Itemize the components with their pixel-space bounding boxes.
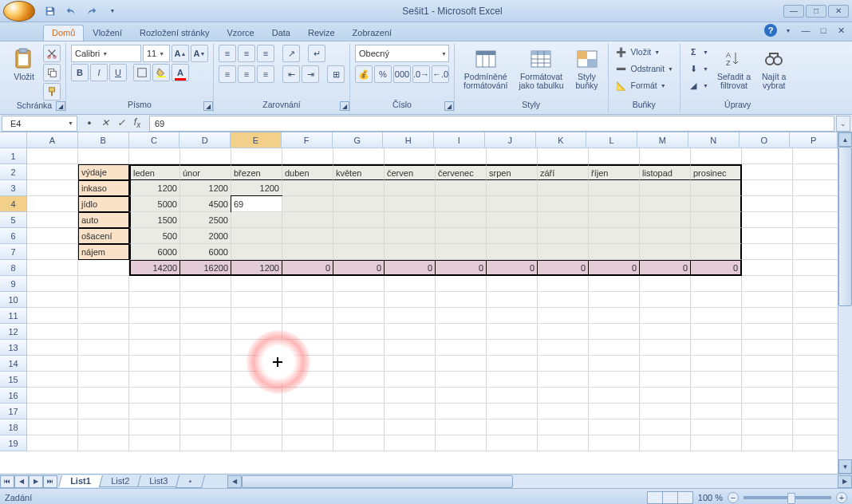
sheet-nav-next-button[interactable]: ▶ — [29, 475, 43, 488]
cell[interactable] — [231, 148, 282, 164]
sheet-tab[interactable]: List2 — [99, 475, 141, 487]
cell[interactable] — [538, 292, 589, 308]
cell[interactable]: 0 — [333, 260, 385, 276]
column-header[interactable]: I — [434, 132, 485, 148]
cell[interactable] — [436, 148, 487, 164]
cell[interactable] — [385, 148, 436, 164]
cell[interactable] — [27, 292, 78, 308]
cell[interactable]: 5000 — [129, 196, 180, 212]
cell[interactable] — [640, 419, 691, 435]
cell[interactable] — [27, 196, 78, 212]
cell[interactable] — [793, 404, 838, 419]
formula-input[interactable]: 69 — [149, 116, 834, 132]
cell[interactable] — [333, 180, 385, 196]
cell[interactable] — [589, 180, 640, 196]
inner-close-button[interactable]: ✕ — [834, 24, 847, 37]
format-cells-button[interactable]: 📐Formát ▼ — [613, 78, 676, 93]
cell[interactable]: 14200 — [129, 260, 180, 276]
cell[interactable] — [282, 276, 333, 292]
cell[interactable] — [742, 308, 793, 324]
cell[interactable] — [385, 292, 436, 308]
row-header[interactable]: 19 — [0, 435, 27, 451]
cell[interactable] — [538, 435, 589, 451]
cell[interactable] — [231, 324, 282, 340]
cell[interactable] — [333, 308, 385, 324]
cell[interactable] — [538, 212, 589, 228]
column-header[interactable]: A — [27, 132, 78, 148]
cell[interactable] — [538, 404, 589, 419]
office-button[interactable] — [3, 1, 35, 22]
cell[interactable] — [589, 372, 640, 388]
cell[interactable] — [691, 404, 742, 419]
cell[interactable] — [78, 148, 129, 164]
cell[interactable] — [27, 276, 78, 292]
cell[interactable] — [180, 388, 231, 404]
cell[interactable] — [640, 292, 691, 308]
clipboard-dialog-icon[interactable]: ◢ — [56, 101, 65, 111]
row-header[interactable]: 7 — [0, 244, 27, 260]
cell[interactable] — [129, 276, 180, 292]
cell[interactable] — [589, 340, 640, 356]
cell[interactable] — [436, 435, 487, 451]
cell[interactable] — [538, 324, 589, 340]
fill-color-button[interactable] — [152, 64, 170, 81]
cell[interactable] — [538, 148, 589, 164]
cell[interactable] — [487, 356, 538, 372]
cell[interactable] — [742, 419, 793, 435]
cell[interactable] — [640, 388, 691, 404]
cell[interactable] — [436, 244, 487, 260]
cell[interactable] — [487, 148, 538, 164]
cell[interactable]: duben — [282, 164, 333, 180]
sheet-tab[interactable]: List1 — [58, 475, 103, 487]
ribbon-tab-rozložení stránky[interactable]: Rozložení stránky — [131, 25, 218, 41]
cell[interactable] — [436, 308, 487, 324]
cell[interactable] — [487, 228, 538, 244]
italic-button[interactable]: I — [90, 64, 108, 81]
cell[interactable] — [436, 228, 487, 244]
cell[interactable]: březen — [231, 164, 282, 180]
copy-button[interactable] — [43, 64, 61, 81]
cell[interactable]: prosinec — [691, 164, 742, 180]
cell[interactable] — [78, 419, 129, 435]
cell[interactable] — [691, 372, 742, 388]
column-header[interactable]: D — [179, 132, 231, 148]
cell[interactable] — [538, 340, 589, 356]
row-header[interactable]: 10 — [0, 292, 27, 308]
cell[interactable] — [640, 148, 691, 164]
decrease-decimal-button[interactable]: ←.0 — [432, 65, 449, 83]
row-header[interactable]: 2 — [0, 164, 27, 180]
cell[interactable] — [78, 340, 129, 356]
row-header[interactable]: 1 — [0, 148, 27, 164]
select-all-corner[interactable] — [0, 132, 27, 148]
cell[interactable] — [180, 308, 231, 324]
cell[interactable]: 1200 — [129, 180, 180, 196]
cell[interactable]: únor — [180, 164, 231, 180]
cell[interactable] — [27, 260, 78, 276]
cell[interactable] — [27, 372, 78, 388]
cell[interactable] — [436, 276, 487, 292]
merge-button[interactable]: ⊞ — [327, 65, 345, 83]
ribbon-tab-vzorce[interactable]: Vzorce — [218, 25, 262, 41]
cell[interactable] — [487, 292, 538, 308]
cell[interactable] — [742, 435, 793, 451]
cell[interactable] — [78, 276, 129, 292]
cell[interactable] — [282, 372, 333, 388]
row-header[interactable]: 16 — [0, 388, 27, 404]
bold-button[interactable]: B — [71, 64, 89, 81]
cell[interactable] — [691, 244, 742, 260]
cell[interactable] — [742, 356, 793, 372]
cell[interactable]: jídlo — [78, 196, 129, 212]
cell[interactable] — [742, 324, 793, 340]
cell[interactable] — [793, 260, 838, 276]
row-header[interactable]: 9 — [0, 276, 27, 292]
cell[interactable] — [180, 340, 231, 356]
border-button[interactable] — [133, 64, 151, 81]
cell[interactable] — [742, 212, 793, 228]
cell[interactable] — [385, 212, 436, 228]
cell[interactable] — [78, 372, 129, 388]
name-box[interactable]: E4▼ — [2, 116, 77, 132]
row-header[interactable]: 17 — [0, 404, 27, 419]
cell[interactable] — [385, 228, 436, 244]
percent-button[interactable]: % — [374, 65, 392, 83]
cell[interactable] — [282, 324, 333, 340]
